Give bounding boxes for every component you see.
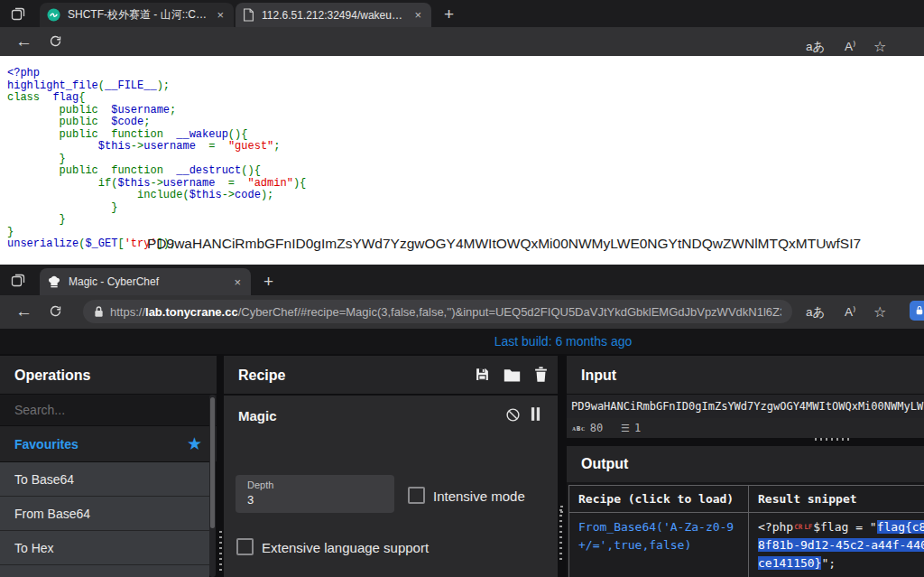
new-tab-button[interactable]: + [444,5,454,24]
php-code: <?phphighlight_file(__FILE__);class flag… [7,68,306,251]
tab-title: Magic - CyberChef [69,275,224,288]
chef-hat-favicon [47,275,61,288]
favourites-label: Favourites [14,437,79,451]
result-column-header: Result snippet [749,486,924,513]
operations-recipe-gutter[interactable] [219,531,222,574]
lf-badge: LF [804,523,812,531]
load-recipe-folder-icon[interactable] [504,368,521,382]
recipe-io-gutter[interactable] [559,509,562,563]
top-tab-bar: SHCTF-校外赛道 - 山河::CTF × 112.6.51.212:3249… [0,0,924,27]
tab-close-icon[interactable]: × [214,8,226,22]
favorites-star-icon[interactable]: ☆ [873,303,886,321]
tab-title: SHCTF-校外赛道 - 山河::CTF [68,7,207,23]
url-scheme: https:// [110,305,145,319]
cyberchef-app: Operations Favourites ★ To Base64From Ba… [0,354,924,577]
refresh-button[interactable] [49,304,62,318]
disable-op-icon[interactable] [505,407,521,423]
results-header-row: Recipe (click to load) Result snippet [569,486,924,513]
extensive-language-label: Extensive language support [262,540,429,555]
workspaces-icon[interactable] [11,6,25,21]
intensive-mode-checkbox[interactable] [408,487,425,504]
output-area: Recipe (click to load) Result snippet Fr… [567,482,924,577]
input-output-gutter[interactable] [815,438,851,441]
back-button[interactable]: ← [15,33,32,50]
last-build-link[interactable]: Last build: 6 months ago [494,334,633,349]
translate-icon[interactable]: aあ [806,304,825,321]
input-title: Input [581,368,616,384]
back-button[interactable]: ← [15,302,32,320]
workspaces-icon[interactable] [11,273,25,287]
input-text[interactable]: PD9waHANCiRmbGFnID0gImZsYWd7YzgwOGY4MWIt… [571,400,924,413]
magic-result-row[interactable]: From_Base64('A-Za-z0-9+/=',true,false) <… [569,513,924,577]
wakeup-page-content: <?phphighlight_file(__FILE__);class flag… [0,56,924,265]
char-count: ᴀʙᴄ80 [572,422,603,434]
input-editor[interactable]: PD9waHANCiRmbGFnID0gImZsYWd7YzgwOGY4MWIt… [567,395,924,418]
bottom-nav-bar: ← https://lab.tonycrane.cc/CyberChef/#re… [0,295,924,329]
base64-output-text: PD9waHANCiRmbGFnID0gImZsYWd7YzgwOGY4MWIt… [147,236,861,252]
cr-badge: CR [794,523,802,531]
operations-title: Operations [14,368,90,384]
translate-icon[interactable]: aあ [806,39,825,55]
output-header: Output [567,446,924,482]
operations-scrollbar[interactable] [209,395,216,577]
cyberchef-tab[interactable]: Magic - CyberChef × [40,268,251,295]
recipe-title: Recipe [238,368,285,384]
recipe-header: Recipe [224,356,558,394]
url-host: lab.tonycrane.cc [145,305,238,319]
line-count: ☰1 [621,422,641,434]
read-aloud-icon[interactable]: A⁾ [845,39,855,53]
magic-operation-card[interactable]: Magic Depth Intensive mode Extensive lan… [224,396,558,577]
tab-title: 112.6.51.212:32494/wakeup.php [262,9,404,22]
address-bar[interactable]: https://lab.tonycrane.cc/CyberChef/#reci… [83,300,792,323]
result-snippet-cell: <?phpCRLF$flag = "flag{c808f81b-9d12-45c… [749,513,924,577]
gutter-dots-extra[interactable] [560,506,563,513]
star-icon[interactable]: ★ [187,433,202,454]
bottom-tab-bar: Magic - CyberChef × + [0,265,924,295]
line-count-icon: ☰ [621,423,630,434]
favorites-star-icon[interactable]: ☆ [873,38,886,55]
scrollbar-thumb[interactable] [210,397,215,528]
lock-icon [94,305,104,318]
tab-close-icon[interactable]: × [231,275,244,289]
top-tab-shctf[interactable]: SHCTF-校外赛道 - 山河::CTF × [40,3,234,27]
magic-results-table: Recipe (click to load) Result snippet Fr… [568,485,924,577]
operation-item[interactable]: To Hex [0,531,209,565]
depth-input[interactable] [247,493,390,507]
clear-recipe-trash-icon[interactable] [534,367,548,382]
browser-essentials-icon[interactable] [910,301,924,321]
top-nav-bar: ← 不安全 | 112.6.51.212:32494/wakeup.php?tr… [0,27,924,56]
operation-item[interactable]: From Hex [0,565,209,577]
breakpoint-pause-icon[interactable] [531,407,541,421]
refresh-button[interactable] [49,34,62,48]
recipe-cell[interactable]: From_Base64('A-Za-z0-9+/=',true,false) [569,513,749,577]
depth-label: Depth [247,479,273,490]
output-title: Output [581,456,628,472]
recipe-column-header: Recipe (click to load) [569,486,749,513]
operations-search[interactable] [0,395,217,425]
extensive-language-checkbox[interactable] [236,538,254,555]
read-aloud-icon[interactable]: A⁾ [845,304,855,319]
save-recipe-icon[interactable] [475,367,490,382]
intensive-mode-label: Intensive mode [433,489,525,504]
new-tab-button[interactable]: + [263,272,273,292]
char-count-icon: ᴀʙᴄ [572,424,586,433]
input-status-bar: ᴀʙᴄ80 ☰1 [567,418,924,438]
url-text[interactable]: https://lab.tonycrane.cc/CyberChef/#reci… [110,305,781,319]
search-input[interactable] [0,395,217,425]
operations-header: Operations [0,356,217,394]
shctf-favicon [47,8,60,22]
operation-item[interactable]: To Base64 [0,462,209,497]
operations-list: To Base64From Base64To HexFrom Hex [0,462,209,577]
favourites-category[interactable]: Favourites ★ [0,426,217,461]
screen: SHCTF-校外赛道 - 山河::CTF × 112.6.51.212:3249… [0,0,924,577]
operation-item[interactable]: From Base64 [0,497,209,531]
page-favicon [243,8,254,22]
url-rest: /CyberChef/#recipe=Magic(3,false,false,'… [238,305,781,319]
build-banner: Last build: 6 months ago [0,329,924,354]
magic-op-title: Magic [238,408,277,423]
top-tab-wakeup[interactable]: 112.6.51.212:32494/wakeup.php × [236,3,431,27]
input-header: Input [567,356,924,394]
tab-close-icon[interactable]: × [411,8,424,22]
depth-arg[interactable]: Depth [236,475,394,513]
